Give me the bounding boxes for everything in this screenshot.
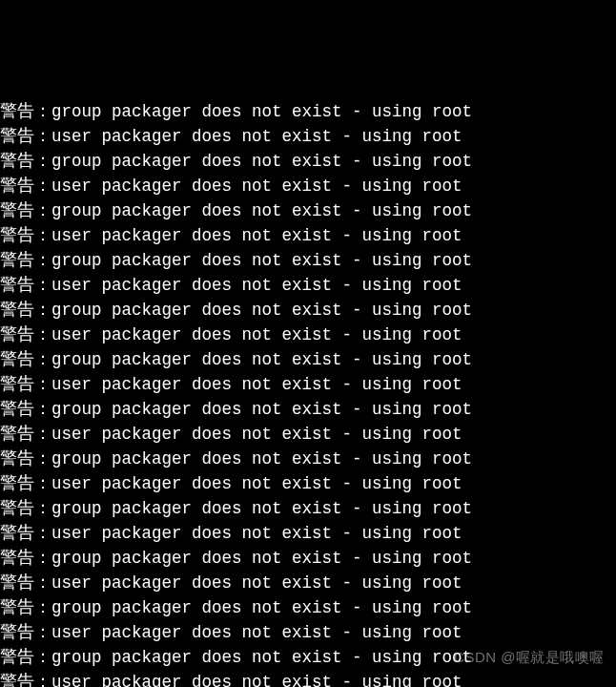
terminal-line: 警告：user packager does not exist - using … [0,124,616,149]
terminal-line: 警告：group packager does not exist - using… [0,447,616,471]
terminal-line: 警告：user packager does not exist - using … [0,323,616,347]
terminal-line: 警告：group packager does not exist - using… [0,149,616,174]
terminal-line: 警告：group packager does not exist - using… [0,595,616,620]
terminal-line: 警告：user packager does not exist - using … [0,571,616,595]
terminal-line: 警告：group packager does not exist - using… [0,347,616,372]
terminal-line: 警告：group packager does not exist - using… [0,546,616,571]
terminal-line: 警告：group packager does not exist - using… [0,397,616,422]
terminal-line: 警告：user packager does not exist - using … [0,670,616,687]
terminal-line: 警告：group packager does not exist - using… [0,248,616,273]
terminal-line: 警告：user packager does not exist - using … [0,223,616,248]
terminal-line: 警告：group packager does not exist - using… [0,645,616,670]
terminal-line: 警告：group packager does not exist - using… [0,198,616,223]
terminal-line: 警告：group packager does not exist - using… [0,298,616,323]
terminal-output: 警告：group packager does not exist - using… [0,99,616,687]
terminal-line: 警告：user packager does not exist - using … [0,372,616,397]
terminal-line: 警告：user packager does not exist - using … [0,471,616,496]
terminal-line: 警告：group packager does not exist - using… [0,99,616,124]
terminal-line: 警告：user packager does not exist - using … [0,521,616,546]
terminal-line: 警告：user packager does not exist - using … [0,273,616,298]
terminal-line: 警告：user packager does not exist - using … [0,620,616,645]
terminal-line: 警告：user packager does not exist - using … [0,422,616,447]
terminal-line: 警告：group packager does not exist - using… [0,496,616,521]
terminal-line: 警告：user packager does not exist - using … [0,174,616,198]
